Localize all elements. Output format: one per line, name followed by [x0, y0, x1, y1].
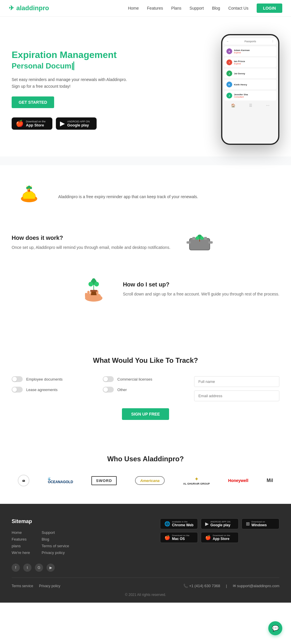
sitemap-title: Sitemap: [12, 518, 69, 525]
track-grid: Employee documents Lease agreements Comm…: [12, 376, 279, 401]
track-col-2: Commercial licenses Other: [103, 376, 188, 393]
plant-hand-icon: [76, 275, 111, 304]
employee-docs-toggle[interactable]: [12, 376, 23, 382]
nav-home[interactable]: Home: [128, 6, 139, 10]
nav-blog[interactable]: Blog: [212, 6, 220, 10]
employee-docs-label: Employee documents: [26, 377, 63, 381]
footer-links: Home Features plans We're here Support B…: [12, 530, 69, 555]
other-toggle[interactable]: [103, 387, 114, 393]
windows-badge[interactable]: ⊞ Download on Windows: [242, 518, 279, 529]
hero-phone-mockup: ← Passports ⋮ A Adam Karman Expired I Ia…: [221, 34, 279, 145]
features-section: Aladdinpro is a free expiry reminder app…: [0, 165, 291, 339]
signup-form: [194, 376, 279, 401]
other-label: Other: [117, 388, 127, 392]
footer-contact: 📞 +1 (414) 630 7368 | ✉ support@aladdinp…: [183, 584, 279, 588]
list-item: J Jai Genny: [224, 68, 276, 78]
footer-sitemap: Sitemap Home Features plans We're here S…: [12, 518, 69, 555]
logo-alghurair: ✦ AL GHURAIR GROUP: [183, 476, 210, 485]
footer-privacy[interactable]: Privacy policy: [42, 550, 69, 555]
ios-badge[interactable]: 🍎 Download on the App Store: [12, 117, 52, 130]
svg-rect-22: [90, 290, 97, 292]
terms-link[interactable]: Terms service: [12, 584, 33, 588]
other-toggle-row: Other: [103, 387, 188, 393]
svg-point-25: [88, 282, 93, 286]
fullname-input[interactable]: [194, 376, 279, 387]
googleplus-icon[interactable]: G: [35, 564, 43, 572]
footer-col-2: Support Blog Terms of service Privacy po…: [42, 530, 69, 555]
footer-plans[interactable]: plans: [12, 544, 30, 548]
signup-button[interactable]: SIGN UP FREE: [122, 408, 169, 420]
hero-section: Expiration Management Personal Docum| Se…: [0, 17, 291, 156]
svg-rect-9: [192, 237, 195, 240]
svg-rect-18: [87, 291, 90, 297]
logo-1: 🏔: [18, 475, 29, 486]
android-icon: ▶: [60, 120, 65, 127]
chrome-web-badge[interactable]: 🌐 available in the Chrome Web: [160, 518, 198, 529]
mac-os-badge[interactable]: 🍎 Download on the Mac OS: [160, 532, 198, 543]
lease-agreements-toggle[interactable]: [12, 387, 23, 393]
privacy-link[interactable]: Privacy policy: [39, 584, 60, 588]
who-uses-title: Who Uses Aladdinpro?: [12, 455, 279, 463]
footer-bottom: Terms service Privacy policy 📞 +1 (414) …: [12, 584, 279, 588]
phone-number: 📞 +1 (414) 630 7368: [183, 584, 220, 588]
how-work-row: How does it work? Once set up, Aladdinpr…: [12, 228, 279, 257]
list-item: J Jennifer Sha Consultant: [224, 91, 276, 101]
logo-mil: Mil: [267, 478, 273, 483]
svg-point-13: [196, 236, 199, 240]
lease-agreements-toggle-row: Lease agreements: [12, 387, 97, 393]
track-col-1: Employee documents Lease agreements: [12, 376, 97, 393]
nav-features[interactable]: Features: [147, 6, 163, 10]
logo-honeywell: Honeywell: [228, 478, 248, 483]
logo[interactable]: ✈ aladdinpro: [9, 4, 49, 12]
logo-oceana: 🌊 OCEANAGOLD: [48, 477, 73, 484]
list-item: K Kieth Henry: [224, 80, 276, 89]
lease-agreements-label: Lease agreements: [26, 388, 58, 392]
footer-legal-links: Terms service Privacy policy: [12, 584, 60, 588]
employee-docs-toggle-row: Employee documents: [12, 376, 97, 382]
get-started-button[interactable]: GET STARTED: [12, 96, 54, 108]
footer-terms[interactable]: Terms of service: [42, 544, 69, 548]
footer-were-here[interactable]: We're here: [12, 550, 30, 555]
app-store-badge-footer[interactable]: 🍎 Download on the App Store: [201, 532, 239, 543]
intro-text: Aladdinpro is a free expiry reminder app…: [58, 193, 198, 200]
footer-support[interactable]: Support: [42, 530, 69, 535]
phone-nav-list: ☰: [249, 103, 252, 108]
footer-top: Sitemap Home Features plans We're here S…: [12, 518, 279, 555]
phone-header: ← Passports ⋮: [224, 38, 276, 45]
twitter-icon[interactable]: t: [23, 564, 31, 572]
facebook-icon[interactable]: f: [12, 564, 20, 572]
svg-point-27: [92, 278, 95, 282]
login-button[interactable]: LOGIN: [257, 3, 282, 13]
track-title: What Would You Like To Track?: [12, 356, 279, 365]
apple-icon: 🍎: [16, 120, 24, 127]
nav-contact[interactable]: Contact Us: [228, 6, 248, 10]
svg-point-4: [30, 187, 32, 189]
how-setup-text: How do I set up? Scroll down and sign up…: [123, 281, 279, 297]
footer-features[interactable]: Features: [12, 537, 30, 541]
commercial-licenses-toggle[interactable]: [103, 376, 114, 382]
svg-point-14: [200, 236, 204, 240]
logo-text: aladdinpro: [16, 4, 49, 12]
phone-nav-more: ⋯: [266, 103, 269, 108]
google-play-badge-footer[interactable]: ▶ ANDROID APP ON Google play: [201, 518, 239, 529]
android-badge[interactable]: ▶ ANDROID APP ON Google play: [56, 117, 97, 130]
logo-americana: Americana: [135, 476, 165, 485]
logo-sword: SWORD: [91, 476, 117, 485]
svg-point-3: [26, 187, 29, 189]
youtube-icon[interactable]: ▶: [47, 564, 55, 572]
email-input[interactable]: [194, 390, 279, 401]
footer-copyright: © 2021 All rights reserved.: [12, 593, 279, 597]
footer-home[interactable]: Home: [12, 530, 30, 535]
nav-plans[interactable]: Plans: [171, 6, 181, 10]
track-section: What Would You Like To Track? Employee d…: [0, 339, 291, 437]
nav-support[interactable]: Support: [189, 6, 204, 10]
hero-description: Set easy reminders and manage your renew…: [12, 76, 127, 89]
how-setup-row: How do I set up? Scroll down and sign up…: [12, 275, 279, 304]
svg-rect-7: [187, 241, 191, 244]
windows-icon: ⊞: [246, 521, 250, 527]
footer-blog[interactable]: Blog: [42, 537, 69, 541]
section-divider: [0, 156, 291, 165]
lamp-icon: [12, 183, 47, 211]
hero-title-line2: Personal Docum|: [12, 61, 127, 71]
engine-icon: [182, 228, 217, 257]
